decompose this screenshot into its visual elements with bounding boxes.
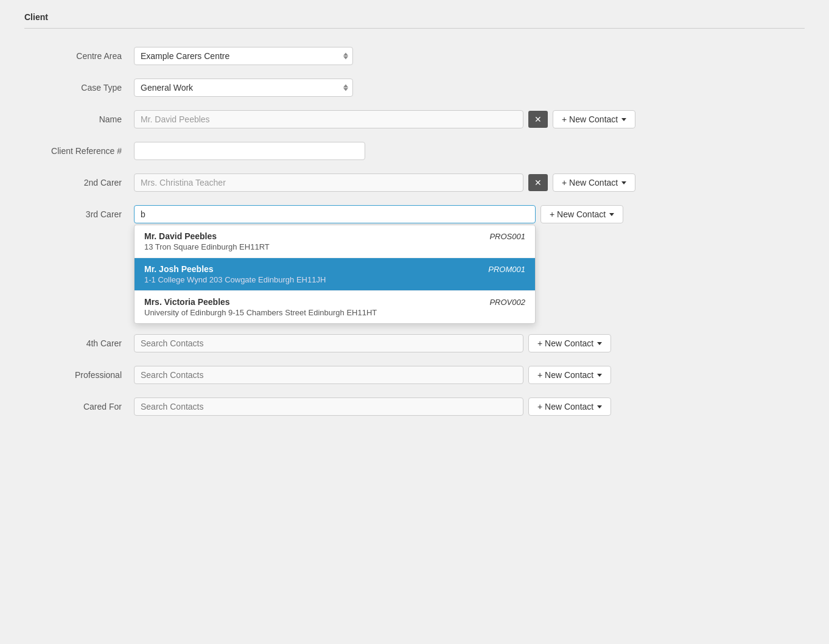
second-carer-dropdown-arrow-icon [621,181,626,184]
third-carer-new-contact-button[interactable]: + New Contact [540,205,623,223]
centre-area-select-wrapper: Example Carers Centre [134,47,353,65]
name-controls: ✕ + New Contact [134,110,805,128]
page-container: Client Centre Area Example Carers Centre… [0,0,829,644]
cared-for-input[interactable] [134,397,523,416]
third-carer-label: 3rd Carer [24,205,134,219]
case-type-controls: General Work [134,79,805,97]
second-carer-input[interactable] [134,173,523,192]
centre-area-row: Centre Area Example Carers Centre [24,47,805,65]
victoria-peebles-code: PROV002 [489,298,525,307]
david-peebles-name: Mr. David Peebles [144,231,217,241]
fourth-carer-controls: + New Contact [134,334,805,352]
dropdown-item-josh[interactable]: Mr. Josh Peebles PROM001 1-1 College Wyn… [135,258,535,291]
name-input[interactable] [134,110,523,128]
josh-peebles-address: 1-1 College Wynd 203 Cowgate Edinburgh E… [144,275,525,284]
professional-input[interactable] [134,366,523,384]
dropdown-item-david-row: Mr. David Peebles PROS001 [144,231,525,241]
josh-peebles-name: Mr. Josh Peebles [144,264,214,274]
centre-area-select[interactable]: Example Carers Centre [134,47,353,65]
professional-controls: + New Contact [134,366,805,384]
cared-for-new-contact-label: + New Contact [537,402,593,411]
client-reference-input[interactable] [134,142,365,160]
dropdown-item-victoria-row: Mrs. Victoria Peebles PROV002 [144,297,525,307]
third-carer-dropdown-arrow-icon [609,213,614,216]
case-type-select[interactable]: General Work [134,79,353,97]
case-type-select-wrapper: General Work [134,79,353,97]
fourth-carer-new-contact-label: + New Contact [537,338,593,348]
client-reference-label: Client Reference # [24,142,134,156]
cared-for-new-contact-button[interactable]: + New Contact [528,397,611,416]
professional-row: Professional + New Contact [24,366,805,384]
cared-for-label: Cared For [24,397,134,411]
dropdown-item-victoria[interactable]: Mrs. Victoria Peebles PROV002 University… [135,291,535,323]
fourth-carer-dropdown-arrow-icon [597,342,602,345]
case-type-row: Case Type General Work [24,79,805,97]
professional-new-contact-button[interactable]: + New Contact [528,366,611,384]
name-clear-button[interactable]: ✕ [528,111,548,128]
case-type-label: Case Type [24,79,134,93]
cared-for-dropdown-arrow-icon [597,405,602,408]
cared-for-controls: + New Contact [134,397,805,416]
david-peebles-address: 13 Tron Square Edinburgh EH11RT [144,242,525,251]
fourth-carer-label: 4th Carer [24,334,134,348]
david-peebles-code: PROS001 [489,232,525,241]
professional-label: Professional [24,366,134,380]
josh-peebles-code: PROM001 [488,265,525,274]
third-carer-new-contact-label: + New Contact [550,209,606,219]
contacts-dropdown: Mr. David Peebles PROS001 13 Tron Square… [134,225,536,324]
professional-dropdown-arrow-icon [597,374,602,377]
second-carer-row: 2nd Carer ✕ + New Contact [24,173,805,192]
section-title: Client [24,12,805,29]
third-carer-input[interactable] [134,205,536,223]
name-new-contact-button[interactable]: + New Contact [553,110,635,128]
cared-for-row: Cared For + New Contact [24,397,805,416]
third-carer-row: 3rd Carer Mr. David Peebles PROS001 13 T… [24,205,805,223]
professional-new-contact-label: + New Contact [537,370,593,380]
fourth-carer-input[interactable] [134,334,523,352]
second-carer-controls: ✕ + New Contact [134,173,805,192]
victoria-peebles-address: University of Edinburgh 9-15 Chambers St… [144,308,525,317]
name-label: Name [24,110,134,124]
name-new-contact-label: + New Contact [562,114,618,124]
dropdown-item-david[interactable]: Mr. David Peebles PROS001 13 Tron Square… [135,225,535,258]
name-row: Name ✕ + New Contact [24,110,805,128]
name-new-contact-dropdown-arrow-icon [621,118,626,121]
victoria-peebles-name: Mrs. Victoria Peebles [144,297,230,307]
dropdown-item-josh-row: Mr. Josh Peebles PROM001 [144,264,525,274]
fourth-carer-new-contact-button[interactable]: + New Contact [528,334,611,352]
centre-area-controls: Example Carers Centre [134,47,805,65]
second-carer-label: 2nd Carer [24,173,134,187]
second-carer-new-contact-button[interactable]: + New Contact [553,173,635,192]
second-carer-clear-button[interactable]: ✕ [528,174,548,191]
second-carer-new-contact-label: + New Contact [562,178,618,187]
third-carer-controls: Mr. David Peebles PROS001 13 Tron Square… [134,205,805,223]
client-reference-row: Client Reference # [24,142,805,160]
client-reference-controls [134,142,805,160]
fourth-carer-row: 4th Carer + New Contact [24,334,805,352]
centre-area-label: Centre Area [24,47,134,61]
